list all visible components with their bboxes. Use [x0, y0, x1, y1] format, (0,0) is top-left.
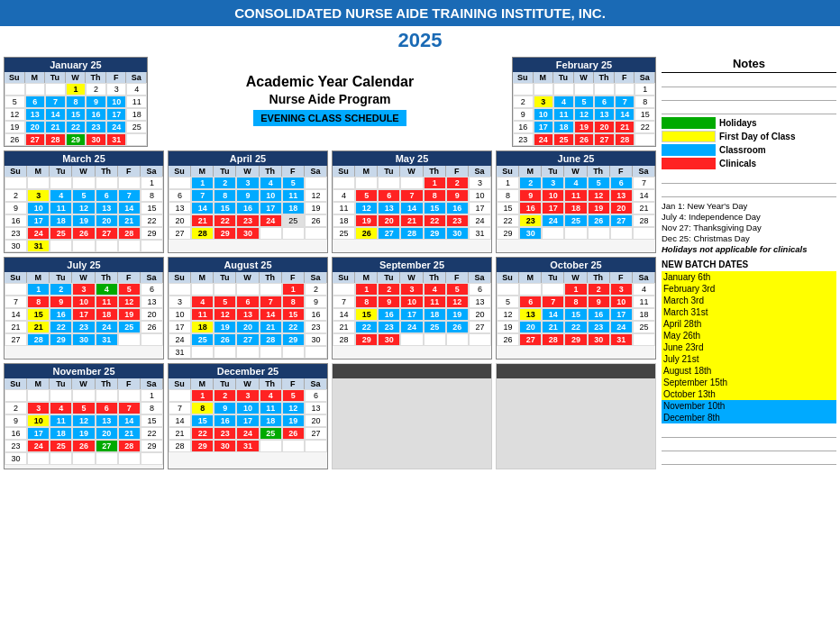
legend-clinicals: Clinicals: [662, 158, 836, 169]
calendar-august: August 25 SuMTuWThFSa 12 3456789 1011121…: [168, 257, 328, 360]
calendar-placeholder-1: [332, 363, 492, 469]
year-header: 2025: [0, 26, 840, 55]
batch-list: January 6th February 3rd March 3rd March…: [662, 271, 836, 423]
center-info: Academic Year Calendar Nurse Aide Progra…: [151, 57, 508, 147]
title-text: CONSOLIDATED NURSE AIDE TRAINING INSTITU…: [234, 5, 606, 21]
calendar-april: April 25 SuMTuWThFSa 12345 6789101112 13…: [168, 150, 328, 253]
calendar-march: March 25 SuMTuWThFSa 1 2345678 910111213…: [4, 150, 164, 253]
classroom-legend-box: [662, 144, 716, 156]
clinicals-legend-box: [662, 158, 716, 169]
calendar-october: October 25 SuMTuWThFSa 1234 567891011 12…: [496, 257, 656, 360]
calendar-september: September 25 SuMTuWThFSa 123456 78910111…: [332, 257, 492, 360]
calendar-placeholder-2: [496, 363, 656, 469]
holiday-legend-box: [662, 117, 716, 129]
holiday-notes: Jan 1: New Year's Day July 4: Independen…: [662, 201, 836, 254]
calendar-june: June 25 SuMTuWThFSa 1234567 891011121314…: [496, 150, 656, 253]
main-header: CONSOLIDATED NURSE AIDE TRAINING INSTITU…: [0, 0, 840, 26]
legend-holidays: Holidays: [662, 117, 836, 129]
calendar-january: January 25 SuMTuWThFSa 1234 567891011 12…: [4, 57, 148, 147]
legend-firstday: First Day of Class: [662, 131, 836, 142]
calendar-february: February 25 SuMTuWThFSa 1 2345678 910111…: [512, 57, 656, 147]
firstday-legend-box: [662, 131, 716, 142]
calendar-may: May 25 SuMTuWThFSa 123 45678910 11121314…: [332, 150, 492, 253]
legend-classroom: Classroom: [662, 144, 836, 156]
calendar-december: December 25 SuMTuWThFSa 123456 789101112…: [168, 363, 328, 469]
notes-panel: Notes Holidays First Day of Class Classr…: [656, 57, 836, 473]
calendar-november: November 25 SuMTuWThFSa 1 2345678 910111…: [4, 363, 164, 469]
calendar-july: July 25 SuMTuWThFSa 123456 78910111213 1…: [4, 257, 164, 360]
